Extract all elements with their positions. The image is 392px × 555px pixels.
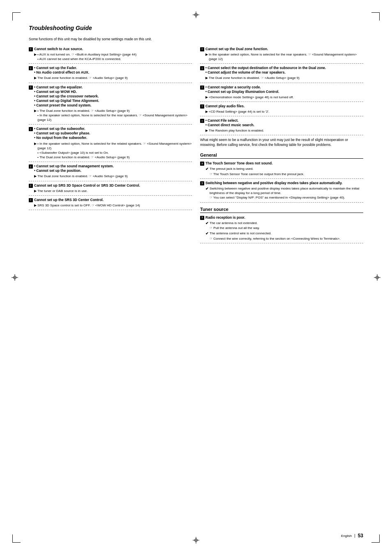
section-body-aux: ▶ • AUX is not turned on. ☞ <Built-in Au… [29, 52, 192, 61]
section-body-od: ▶ The Dual zone function is disabled. ☞ … [200, 76, 363, 80]
section-file-select: ! • Cannot File select. • Cannot direct … [200, 118, 363, 133]
question-icon-dm: ? [200, 181, 204, 185]
error-icon-af: ! [200, 104, 204, 109]
error-icon-od: ! [200, 66, 204, 70]
content-columns: ! Cannot switch to Aux source. ▶ • AUX i… [29, 47, 363, 245]
crosshair-bottom [193, 537, 199, 543]
section-body-af: ▶ <CD Read Setting> (page 44) is set to … [200, 109, 363, 114]
question-icon-radio: ? [200, 216, 204, 220]
left-column: ! Cannot switch to Aux source. ▶ • AUX i… [29, 47, 192, 245]
section-body-snd: ▶ The Dual zone function is enabled. ☞ <… [29, 174, 192, 178]
section-body-srs: ▶ The tuner or DAB source is in use. [29, 189, 192, 193]
section-body-eq: ▶ • The Dual zone function is enabled. ☞… [29, 109, 192, 123]
section-body-fader: ▶ The Dual zone function is enabled. ☞ <… [29, 76, 192, 80]
section-body-radio: ✔ The car antenna is not extended. ☞ Pul… [200, 221, 363, 241]
section-srs3d-center: ! Cannot set up the SRS 3D Center Contro… [29, 198, 192, 208]
corner-mark-tr [371, 12, 380, 21]
right-column: ! Cannot set up the Dual zone function. … [200, 47, 363, 245]
general-title: General [200, 153, 363, 159]
section-subwoofer: ! • Cannot set up the subwoofer. • Canno… [29, 127, 192, 160]
error-icon-srs: ! [29, 184, 33, 188]
section-body-sec: ▶ <Demonstration mode Setting> (page 46)… [200, 95, 363, 99]
section-sound-mgmt: ! • Cannot set up the sound management s… [29, 164, 192, 178]
section-body-dz: ▶ In the speaker select option, None is … [200, 52, 363, 61]
section-display-modes: ? Switching between negative and positiv… [200, 181, 363, 200]
what-might-text: What might seem to be a malfunction in y… [200, 138, 363, 148]
section-body-sub: ▶ • In the speaker select option, None i… [29, 141, 192, 160]
error-icon-dz: ! [200, 47, 204, 51]
page-num: 53 [358, 533, 363, 539]
error-icon-fs: ! [200, 119, 204, 123]
corner-mark-bl [12, 534, 21, 543]
language-label: English [341, 534, 352, 538]
error-icon-fader: ! [29, 66, 33, 70]
error-icon-snd: ! [29, 164, 33, 169]
crosshair-top [193, 12, 199, 18]
tuner-section: Tuner source ? Radio reception is poor. … [200, 207, 363, 244]
error-icon-sub: ! [29, 127, 33, 131]
section-aux-source: ! Cannot switch to Aux source. ▶ • AUX i… [29, 47, 192, 61]
page-title: Troubleshooting Guide [29, 25, 363, 31]
section-title-fader2: • No Audio control effect on AUX. [34, 70, 89, 75]
section-body-ts: ✔ The preout jack is being used. ☞ The T… [200, 166, 363, 176]
section-touch-sensor: ? The Touch Sensor Tone does not sound. … [200, 161, 363, 176]
error-icon-srsc: ! [29, 198, 33, 202]
section-body-srsc: ▶ SRS 3D Space control is set to OFF. ☞ … [29, 203, 192, 208]
corner-mark-br [371, 534, 380, 543]
section-title-aux: Cannot switch to Aux source. [34, 47, 83, 51]
page: Troubleshooting Guide Some functions of … [0, 0, 392, 555]
section-security: ! • Cannot register a security code. • C… [200, 85, 363, 99]
page-number-area: English | 53 [341, 533, 363, 539]
tuner-title: Tuner source [200, 207, 363, 213]
intro-text: Some functions of this unit may be disab… [29, 37, 363, 42]
general-section: General ? The Touch Sensor Tone does not… [200, 153, 363, 202]
section-srs3d-space: ! Cannot set up SRS 3D Space Control or … [29, 183, 192, 193]
question-icon-ts: ? [200, 162, 204, 166]
section-radio: ? Radio reception is poor. ✔ The car ant… [200, 215, 363, 241]
section-audio-files: ! Cannot play audio files. ▶ <CD Read Se… [200, 104, 363, 114]
section-equalizer: ! • Cannot set up the equalizer. • Canno… [29, 85, 192, 123]
section-dual-zone: ! Cannot set up the Dual zone function. … [200, 47, 363, 61]
section-title-eq: • Cannot set up the equalizer. [34, 85, 99, 90]
error-icon-eq: ! [29, 86, 33, 90]
section-body-fs: ▶ The Random play function is enabled. [200, 128, 363, 133]
corner-mark-tl [12, 12, 21, 21]
crosshair-left [12, 274, 18, 281]
error-icon-sec: ! [200, 86, 204, 90]
page-separator: | [354, 534, 355, 538]
crosshair-right [374, 274, 380, 281]
section-title-fader: • Cannot set up the Fader. [34, 66, 89, 70]
section-body-dm: ✔ Switching between negative and positiv… [200, 186, 363, 200]
section-fader: ! • Cannot set up the Fader. • No Audio … [29, 66, 192, 80]
section-output-dest: ! • Cannot select the output destination… [200, 66, 363, 80]
error-icon: ! [29, 47, 33, 51]
